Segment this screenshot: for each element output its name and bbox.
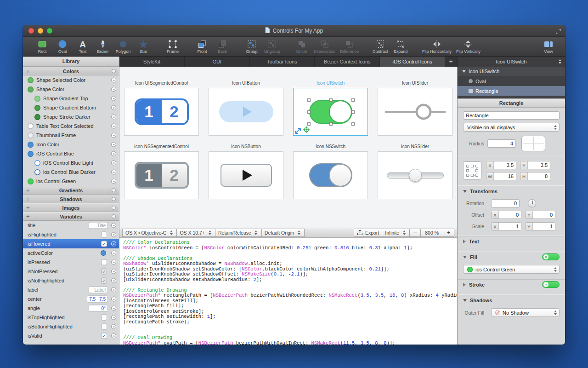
fill-enabled-toggle[interactable]: × <box>542 253 560 260</box>
zoom-out-button[interactable]: − <box>410 229 421 237</box>
frame-w-input[interactable] <box>494 172 516 180</box>
variable-checkbox[interactable] <box>101 259 107 265</box>
canvas-card-icon-nssegmentedcontrol[interactable]: 12 <box>124 151 199 199</box>
target-icon[interactable] <box>111 324 116 329</box>
layer-icon-uiswitch[interactable]: Icon UISwitch <box>458 67 565 76</box>
platform-select[interactable]: OS X • Objective-C <box>122 229 177 237</box>
variable-item-isnotpressed[interactable]: isNotPressed✓ <box>23 267 119 276</box>
disclosure-triangle-icon[interactable] <box>462 70 466 73</box>
selection-handle[interactable] <box>329 98 333 102</box>
variable-checkbox[interactable] <box>101 232 107 238</box>
library-section-shadows[interactable]: +Shadows <box>23 195 119 203</box>
fill-color-select[interactable]: ios Control Green <box>463 265 560 274</box>
scale-x-field[interactable]: X <box>491 222 521 230</box>
radius-input[interactable] <box>487 139 516 148</box>
rotation-knob[interactable] <box>528 199 536 207</box>
tab-toolbar-icons[interactable]: Toolbar Icons <box>250 57 315 67</box>
canvas[interactable]: Icon UISegmentedControl12Icon UIButtonIc… <box>119 67 457 228</box>
shadows-section-header[interactable]: Shadows <box>458 295 565 305</box>
titlebar[interactable]: Controls For My App <box>23 25 565 37</box>
color-item-shape-stroke-darker[interactable]: Shape Stroke Darker <box>23 112 119 121</box>
target-icon[interactable] <box>111 78 116 83</box>
add-icon[interactable]: + <box>26 195 30 203</box>
frame-y-input[interactable] <box>528 161 550 169</box>
variable-item-activecolor[interactable]: activeColor <box>23 248 119 258</box>
toolbar-flip-horizontally-button[interactable]: Flip Horizontally <box>420 39 454 54</box>
frame-x-field[interactable]: X <box>486 161 516 169</box>
selection-handle[interactable] <box>351 98 355 102</box>
target-icon[interactable] <box>111 133 116 138</box>
text-section-header[interactable]: Text <box>458 236 565 246</box>
rotation-input[interactable] <box>491 199 520 207</box>
tab-bezier-context-icons[interactable]: Bezier Context Icons <box>315 57 380 67</box>
target-icon[interactable] <box>111 124 116 129</box>
tab-gui[interactable]: GUI <box>185 57 250 67</box>
variable-item-label[interactable]: labelLabel <box>23 285 119 294</box>
color-item-ios-control-green[interactable]: ios Control Green <box>23 177 119 186</box>
target-icon[interactable] <box>111 315 116 320</box>
variable-item-isbottomhighlighted[interactable]: isBottomHighlighted <box>23 322 119 331</box>
target-icon[interactable] <box>111 142 116 147</box>
canvas-card-icon-nsslider[interactable] <box>378 151 452 199</box>
color-item-shape-gradient-top[interactable]: Shape Gradient Top <box>23 94 119 103</box>
variable-checkbox[interactable]: ✓ <box>101 269 107 275</box>
target-icon[interactable] <box>111 151 116 156</box>
add-tab-button[interactable]: + <box>445 57 457 67</box>
variable-color-swatch[interactable] <box>101 250 106 256</box>
color-item-ios-control-blue-light[interactable]: iOS Control Blue Light <box>23 158 119 167</box>
variable-item-ishighlighted[interactable]: isHighlighted <box>23 230 119 239</box>
remove-stroke-icon[interactable]: × <box>543 282 548 287</box>
toolbar-expand-button[interactable]: Expand <box>390 39 411 54</box>
frame-x-input[interactable] <box>494 161 516 169</box>
library-section-images[interactable]: +Images <box>23 203 119 212</box>
target-icon[interactable] <box>111 105 116 110</box>
target-icon[interactable] <box>111 306 116 311</box>
scale-x-input[interactable] <box>499 223 521 230</box>
offset-y-input[interactable] <box>533 211 555 218</box>
canvas-card-icon-nsbutton[interactable] <box>209 151 283 199</box>
target-icon[interactable] <box>111 260 116 265</box>
offset-y-field[interactable]: Y <box>525 211 555 219</box>
selection-handle[interactable] <box>329 122 333 126</box>
target-icon[interactable] <box>111 242 116 247</box>
visibility-select[interactable]: Visible on all displays <box>463 123 560 132</box>
variable-item-isvalid[interactable]: isValid✓ <box>23 331 119 340</box>
target-icon[interactable] <box>111 223 116 228</box>
zoom-in-button[interactable]: + <box>443 229 454 237</box>
layer-oval[interactable]: Oval <box>458 76 565 86</box>
canvas-size-select[interactable]: Infinite <box>382 229 410 237</box>
selection-handle[interactable] <box>307 98 311 102</box>
inspector-target-select[interactable]: Icon UISwitch <box>457 57 565 67</box>
color-item-shape-gradient-bottom[interactable]: Shape Gradient Bottom <box>23 103 119 112</box>
canvas-card-icon-uiswitch[interactable] <box>293 88 368 136</box>
stroke-section-header[interactable]: Stroke × <box>458 279 565 289</box>
target-icon[interactable] <box>111 334 116 339</box>
variable-item-ispressed[interactable]: isPressed <box>23 258 119 267</box>
toolbar-rect-button[interactable]: Rect <box>32 39 52 54</box>
variable-checkbox[interactable]: ✓ <box>101 278 107 284</box>
target-icon[interactable] <box>111 115 116 120</box>
selection-handle[interactable] <box>307 122 311 126</box>
frame-w-field[interactable]: W <box>486 172 516 180</box>
target-icon[interactable] <box>111 232 116 237</box>
variable-item-angle[interactable]: angle0° <box>23 304 119 313</box>
toolbar-star-button[interactable]: Star <box>133 39 153 54</box>
variable-checkbox[interactable]: ✓ <box>101 333 107 339</box>
target-icon[interactable] <box>111 179 116 184</box>
canvas-card-icon-uisegmentedcontrol[interactable]: 12 <box>124 88 199 136</box>
export-button[interactable]: Export <box>354 229 382 237</box>
color-item-shape-color[interactable]: Shape Color <box>23 85 119 94</box>
toolbar-group-button[interactable]: Group <box>242 39 262 54</box>
variable-item-center[interactable]: center7.57.5 <box>23 294 119 304</box>
layer-rectangle[interactable]: Rectangle <box>458 86 565 96</box>
selection-handle[interactable] <box>307 110 311 114</box>
add-icon[interactable]: + <box>26 186 30 194</box>
target-icon[interactable] <box>111 87 116 92</box>
variable-checkbox[interactable]: ✓ <box>101 241 107 247</box>
toolbar-oval-button[interactable]: Oval <box>52 39 73 54</box>
zoom-level[interactable]: 800 % <box>421 229 443 237</box>
stroke-enabled-toggle[interactable]: × <box>542 281 560 288</box>
target-icon[interactable] <box>111 269 116 274</box>
canvas-card-icon-uibutton[interactable] <box>209 88 283 136</box>
fullscreen-icon[interactable] <box>555 28 561 36</box>
